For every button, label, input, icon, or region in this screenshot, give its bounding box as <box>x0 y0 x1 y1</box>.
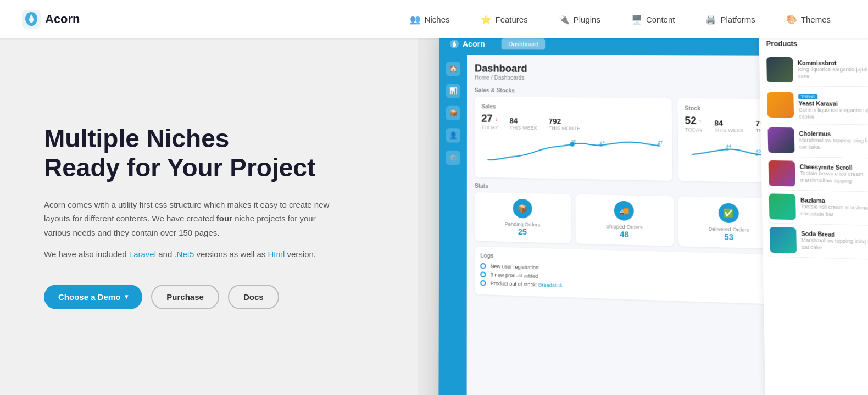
sales-chart: 30 24 27 <box>481 135 665 171</box>
laravel-link[interactable]: Laravel <box>129 249 156 259</box>
hero-paragraph1: Acorn comes with a utility first css str… <box>44 198 341 240</box>
log-link: Breadstick <box>538 282 563 288</box>
product-item-4: Cheesymite Scroll Tootsie brownie ice cr… <box>768 157 868 193</box>
product-name-1: Kommissbrot <box>798 60 868 66</box>
products-panel: Products Kommissbrot Icing liquorice ele… <box>759 38 868 395</box>
nav-content[interactable]: 🖥️ Content <box>616 0 691 38</box>
purchase-button[interactable]: Purchase <box>151 285 219 309</box>
product-info-3: Cholermus Marshmallow topping icing liqu… <box>799 131 868 152</box>
product-desc-2: Gummi liquorice elegantio jujubes cookie <box>799 107 868 121</box>
features-icon: ⭐ <box>481 14 492 25</box>
svg-text:44: 44 <box>726 143 731 149</box>
sales-today-group: 27 ↓ TODAY <box>481 113 498 130</box>
pending-val: 25 <box>480 226 565 237</box>
nav-plugins[interactable]: 🔌 Plugins <box>543 0 616 38</box>
logo[interactable]: Acorn <box>22 10 80 29</box>
product-item-3: Cholermus Marshmallow topping icing liqu… <box>767 124 868 159</box>
product-trend-badge: TREND <box>798 90 868 101</box>
dashboard-tab: Dashboard <box>502 38 545 49</box>
sidebar-user-icon: 👤 <box>446 128 460 143</box>
sales-today-val: 27 <box>481 113 492 125</box>
stock-today-group: 52 ↑ TODAY <box>685 115 703 133</box>
product-info-4: Cheesymite Scroll Tootsie brownie ice cr… <box>800 164 868 186</box>
dashboard-window: Acorn Dashboard 🏠 📊 📦 👤 ⚙️ Dashboard <box>438 38 868 395</box>
niches-icon: 👥 <box>410 14 421 25</box>
docs-button[interactable]: Docs <box>228 285 279 309</box>
sidebar-home-icon: 🏠 <box>446 62 460 76</box>
logo-text: Acorn <box>45 12 80 26</box>
product-desc-4: Tootsie brownie ice cream marshmallow to… <box>800 170 868 186</box>
product-info-2: TREND Yeast Karavai Gummi liquorice eleg… <box>798 90 868 121</box>
svg-text:24: 24 <box>600 140 605 144</box>
nav-themes[interactable]: 🎨 Themes <box>771 0 846 38</box>
product-item-5: Bazlama Tootsie roll cream marshmallow c… <box>769 190 868 226</box>
product-image-3 <box>767 127 794 153</box>
log-dot <box>480 280 486 286</box>
hero-headline: Multiple Niches Ready for Your Project <box>44 124 374 182</box>
sales-week-group: 84 THIS WEEK <box>509 116 537 131</box>
sales-month-group: 792 THIS MONTH <box>549 117 581 131</box>
sales-today-label: TODAY <box>481 125 498 131</box>
product-image-5 <box>769 194 796 220</box>
sales-month-label: THIS MONTH <box>549 125 581 131</box>
product-image-1 <box>766 57 793 82</box>
delivered-val: 53 <box>685 231 774 243</box>
nav-platforms[interactable]: 🖨️ Platforms <box>690 0 770 38</box>
product-desc-3: Marshmallow topping icing liquorice oat … <box>799 137 868 152</box>
product-desc-6: Marshmallow topping icing liquorice oat … <box>801 237 868 253</box>
arrow-up-icon: ↑ <box>699 118 702 125</box>
platforms-icon: 🖨️ <box>705 14 716 25</box>
svg-text:27: 27 <box>658 140 663 145</box>
shipped-orders-card: 🚚 Shipped Orders 48 <box>575 194 674 246</box>
net5-link[interactable]: .Net5 <box>174 249 194 259</box>
product-image-6 <box>770 227 797 253</box>
main-layout: Multiple Niches Ready for Your Project A… <box>0 38 868 395</box>
shipped-icon: 🚚 <box>614 201 634 221</box>
pending-orders-card: 📦 Pending Orders 25 <box>475 192 571 243</box>
product-info-6: Soda Bread Marshmallow topping icing liq… <box>801 231 868 253</box>
arrow-down-icon: ↓ <box>495 116 498 122</box>
product-item-6: Soda Bread Marshmallow topping icing liq… <box>770 224 868 260</box>
log-dot <box>480 263 486 269</box>
hero-buttons: Choose a Demo ▾ Purchase Docs <box>44 285 374 309</box>
svg-text:30: 30 <box>571 138 576 143</box>
product-desc-1: Icing liquorice elegantio jujubes oat ca… <box>798 66 868 80</box>
nav-niches[interactable]: 👥 Niches <box>394 0 465 38</box>
sales-card: Sales 27 ↓ TODAY 84 <box>475 97 672 181</box>
sidebar-chart-icon: 📊 <box>446 84 460 98</box>
products-title: Products <box>766 40 868 48</box>
plugins-icon: 🔌 <box>559 14 570 25</box>
stock-week-val: 84 <box>714 119 744 127</box>
stock-week-group: 84 THIS WEEK <box>714 119 744 133</box>
stock-week-label: THIS WEEK <box>714 127 744 133</box>
sales-label: Sales <box>481 103 665 111</box>
dashboard-sidebar: 🏠 📊 📦 👤 ⚙️ <box>438 55 467 395</box>
delivered-icon: ✅ <box>718 203 738 224</box>
chevron-down-icon: ▾ <box>125 293 128 301</box>
choose-demo-button[interactable]: Choose a Demo ▾ <box>44 285 142 309</box>
product-image-2 <box>767 92 794 118</box>
themes-icon: 🎨 <box>786 14 797 25</box>
html-link[interactable]: Html <box>268 249 285 259</box>
dashboard-tabs: Dashboard <box>502 38 545 49</box>
dashboard-logo: Acorn <box>449 39 485 49</box>
log-dot <box>480 271 486 277</box>
stock-today-val: 52 <box>685 115 697 127</box>
sales-week-label: THIS WEEK <box>509 125 537 131</box>
nav-features[interactable]: ⭐ Features <box>465 0 543 38</box>
product-image-4 <box>769 160 795 187</box>
sales-stats: 27 ↓ TODAY 84 THIS WEEK <box>481 113 665 132</box>
content-icon: 🖥️ <box>631 14 642 25</box>
navbar: Acorn 👥 Niches ⭐ Features 🔌 Plugins 🖥️ C… <box>0 0 868 38</box>
hero-paragraph2: We have also included Laravel and .Net5 … <box>44 247 341 262</box>
dashboard-body: 🏠 📊 📦 👤 ⚙️ Dashboard Home / Dashboards S… <box>438 55 868 395</box>
pending-icon: 📦 <box>513 199 532 219</box>
dashboard-preview: Acorn Dashboard 🏠 📊 📦 👤 ⚙️ Dashboard <box>418 38 868 395</box>
product-info-1: Kommissbrot Icing liquorice elegantio ju… <box>798 60 868 80</box>
nav-links: 👥 Niches ⭐ Features 🔌 Plugins 🖥️ Content… <box>394 0 846 38</box>
product-info-5: Bazlama Tootsie roll cream marshmallow c… <box>800 197 868 219</box>
hero-section: Multiple Niches Ready for Your Project A… <box>0 38 418 395</box>
sidebar-settings-icon: ⚙️ <box>446 151 460 165</box>
sales-month-val: 792 <box>549 117 581 126</box>
sales-week-val: 84 <box>509 116 537 125</box>
